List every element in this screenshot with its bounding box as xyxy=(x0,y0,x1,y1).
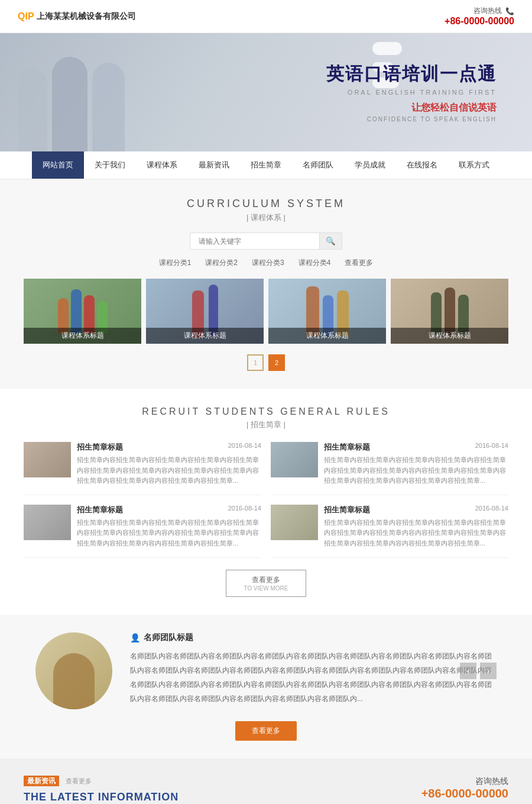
course-card-3[interactable]: 课程体系标题 xyxy=(268,279,386,344)
teacher-row: 👤 名师团队标题 名师团队内容名师团队内容名师团队内容名师团队内容名师团队内容名… xyxy=(35,632,497,709)
recruit-content-1: 招生简章标题 2016-08-14 招生简章内容招生简章内容招生简章内容招生简章… xyxy=(77,442,261,486)
logo-name: 上海某某机械设备有限公司 xyxy=(37,11,136,22)
recruit-title-2: 招生简章标题 xyxy=(324,442,370,453)
category-tab-3[interactable]: 课程分类3 xyxy=(252,258,284,268)
latest-see-more[interactable]: 查看更多 xyxy=(66,777,92,784)
hero-title-cn: 英语口语培训一点通 xyxy=(326,62,497,86)
recruit-grid: 招生简章标题 2016-08-14 招生简章内容招生简章内容招生简章内容招生简章… xyxy=(24,442,508,558)
search-icon: 🔍 xyxy=(326,237,336,246)
teacher-info: 👤 名师团队标题 名师团队内容名师团队内容名师团队内容名师团队内容名师团队内容名… xyxy=(130,632,497,706)
category-tab-1[interactable]: 课程分类1 xyxy=(159,258,192,268)
nav-item-teachers[interactable]: 名师团队 xyxy=(292,151,344,179)
hero-subtitle-cn: 让您轻松自信说英语 xyxy=(326,102,497,114)
site-header: QIP 上海某某机械设备有限公司 咨询热线 📞 +86-0000-00000 xyxy=(0,0,532,33)
teacher-prev-button[interactable]: ‹ xyxy=(460,663,476,679)
course-label-1: 课程体系标题 xyxy=(24,328,141,344)
recruit-title-en: RECRUIT STUDENTS GENERAL RULES xyxy=(24,406,508,417)
category-tab-4[interactable]: 课程分类4 xyxy=(299,258,331,268)
nav-item-home[interactable]: 网站首页 xyxy=(32,151,84,179)
nav-item-achievement[interactable]: 学员成就 xyxy=(344,151,396,179)
course-grid: 课程体系标题 课程体系标题 课程体系标题 xyxy=(24,279,508,344)
search-input[interactable] xyxy=(190,233,320,250)
recruit-date-4: 2016-08-14 xyxy=(475,505,508,515)
search-bar: 🔍 xyxy=(24,233,508,250)
teacher-section: 👤 名师团队标题 名师团队内容名师团队内容名师团队内容名师团队内容名师团队内容名… xyxy=(0,615,532,758)
hero-banner: 英语口语培训一点通 ORAL ENGLISH TRAINING FIRST 让您… xyxy=(0,33,532,151)
hotline-box: 咨询热线 📞 +86-0000-00000 xyxy=(445,6,514,27)
nav-item-courses[interactable]: 课程体系 xyxy=(136,151,188,179)
latest-header: 最新资讯 查看更多 xyxy=(24,776,343,786)
nav-item-about[interactable]: 关于我们 xyxy=(84,151,136,179)
logo[interactable]: QIP 上海某某机械设备有限公司 xyxy=(18,11,136,22)
latest-section: 最新资讯 查看更多 THE LATEST INFORMATION 最新资讯标题最… xyxy=(0,758,532,804)
latest-badge: 最新资讯 xyxy=(24,776,59,786)
view-more-button[interactable]: 查看更多 TO VIEW MORE xyxy=(226,570,307,597)
recruit-title-cn: | 招生简章 | xyxy=(24,419,508,430)
recruit-text-2: 招生简章内容招生简章内容招生简章内容招生简章内容招生简章内容招生简章内容招生简章… xyxy=(324,455,508,486)
recruit-image-3 xyxy=(24,505,71,540)
hotline-right-number: +86-0000-00000 xyxy=(366,787,508,800)
category-tabs: 课程分类1 课程分类2 课程分类3 课程分类4 查看更多 xyxy=(24,258,508,268)
recruit-title-4: 招生简章标题 xyxy=(324,505,370,515)
teacher-name: 👤 名师团队标题 xyxy=(130,632,497,643)
nav-item-news[interactable]: 最新资讯 xyxy=(188,151,240,179)
latest-right: 咨询热线 +86-0000-00000 地址：这里是您的公司地址 电话：+86-… xyxy=(366,776,508,804)
hotline-number: +86-0000-00000 xyxy=(445,16,514,27)
recruit-item-4: 招生简章标题 2016-08-14 招生简章内容招生简章内容招生简章内容招生简章… xyxy=(271,505,508,558)
recruit-image-4 xyxy=(271,505,318,540)
recruit-item-3: 招生简章标题 2016-08-14 招生简章内容招生简章内容招生简章内容招生简章… xyxy=(24,505,261,558)
teacher-icon: 👤 xyxy=(130,633,140,642)
recruit-content-2: 招生简章标题 2016-08-14 招生简章内容招生简章内容招生简章内容招生简章… xyxy=(324,442,508,486)
hotline-right: 咨询热线 +86-0000-00000 xyxy=(366,776,508,800)
view-more-label: 查看更多 xyxy=(244,575,288,585)
recruit-text-3: 招生简章内容招生简章内容招生简章内容招生简章内容招生简章内容招生简章内容招生简章… xyxy=(77,518,261,549)
recruit-item-1: 招生简章标题 2016-08-14 招生简章内容招生简章内容招生简章内容招生简章… xyxy=(24,442,261,495)
view-more-label-en: TO VIEW MORE xyxy=(244,585,288,592)
hotline-right-label: 咨询热线 xyxy=(366,776,508,787)
recruit-title-1: 招生简章标题 xyxy=(77,442,123,453)
latest-left: 最新资讯 查看更多 THE LATEST INFORMATION 最新资讯标题最… xyxy=(24,776,343,804)
search-button[interactable]: 🔍 xyxy=(320,233,342,250)
teacher-view-more-button[interactable]: 查看更多 xyxy=(235,721,297,741)
category-tab-more[interactable]: 查看更多 xyxy=(345,258,373,268)
course-card-1[interactable]: 课程体系标题 xyxy=(24,279,141,344)
latest-title-en: THE LATEST INFORMATION xyxy=(24,791,343,803)
category-tab-2[interactable]: 课程分类2 xyxy=(205,258,238,268)
teacher-view-more-label: 查看更多 xyxy=(252,726,280,735)
main-nav: 网站首页 关于我们 课程体系 最新资讯 招生简章 名师团队 学员成就 在线报名 … xyxy=(0,151,532,180)
curriculum-title-en: CURRICULUM SYSTEM xyxy=(24,198,508,210)
course-label-2: 课程体系标题 xyxy=(146,328,264,344)
hero-title-en: ORAL ENGLISH TRAINING FIRST xyxy=(326,89,497,96)
hero-subtitle-en: CONFIDENCE TO SPEAK ENGLISH xyxy=(326,116,497,122)
recruit-date-3: 2016-08-14 xyxy=(228,505,261,515)
hero-people xyxy=(18,57,125,151)
teacher-next-button[interactable]: › xyxy=(480,663,497,679)
recruit-date-2: 2016-08-14 xyxy=(475,442,508,453)
recruit-section: RECRUIT STUDENTS GENERAL RULES | 招生简章 | … xyxy=(0,389,532,615)
teacher-nav-buttons: ‹ › xyxy=(460,663,497,679)
hotline-label: 咨询热线 xyxy=(473,6,502,16)
course-label-4: 课程体系标题 xyxy=(391,328,508,344)
page-2[interactable]: 2 xyxy=(268,354,285,371)
logo-qip: QIP xyxy=(18,11,34,22)
recruit-content-3: 招生简章标题 2016-08-14 招生简章内容招生简章内容招生简章内容招生简章… xyxy=(77,505,261,549)
recruit-text-4: 招生简章内容招生简章内容招生简章内容招生简章内容招生简章内容招生简章内容招生简章… xyxy=(324,518,508,549)
course-card-4[interactable]: 课程体系标题 xyxy=(391,279,508,344)
nav-item-recruit[interactable]: 招生简章 xyxy=(240,151,292,179)
recruit-date-1: 2016-08-14 xyxy=(228,442,261,453)
teacher-desc: 名师团队内容名师团队内容名师团队内容名师团队内容名师团队内容名师团队内容名师团队… xyxy=(130,649,497,706)
course-label-3: 课程体系标题 xyxy=(268,328,386,344)
curriculum-title-cn: | 课程体系 | xyxy=(24,212,508,223)
recruit-title-3: 招生简章标题 xyxy=(77,505,123,515)
nav-item-contact[interactable]: 联系方式 xyxy=(448,151,500,179)
course-card-2[interactable]: 课程体系标题 xyxy=(146,279,264,344)
nav-item-enroll[interactable]: 在线报名 xyxy=(396,151,448,179)
recruit-content-4: 招生简章标题 2016-08-14 招生简章内容招生简章内容招生简章内容招生简章… xyxy=(324,505,508,549)
curriculum-section: CURRICULUM SYSTEM | 课程体系 | 🔍 课程分类1 课程分类2… xyxy=(0,180,532,389)
recruit-image-2 xyxy=(271,442,318,477)
recruit-item-2: 招生简章标题 2016-08-14 招生简章内容招生简章内容招生简章内容招生简章… xyxy=(271,442,508,495)
hero-content: 英语口语培训一点通 ORAL ENGLISH TRAINING FIRST 让您… xyxy=(326,62,497,122)
page-1[interactable]: 1 xyxy=(247,354,264,371)
recruit-image-1 xyxy=(24,442,71,477)
phone-icon: 📞 xyxy=(505,7,514,15)
